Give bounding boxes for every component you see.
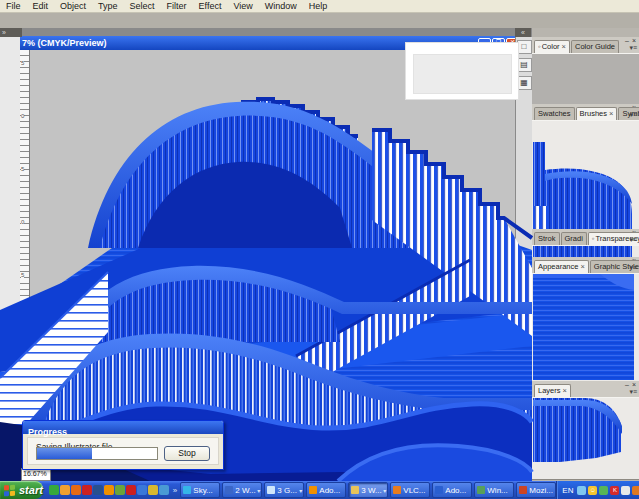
panel-header: ‒× Layers× ▾≡ <box>532 381 639 397</box>
panel-menu-icon[interactable]: ▾≡ <box>629 236 637 243</box>
panel-menu-icon[interactable]: ▾≡ <box>629 388 637 395</box>
tab-label: Brushes <box>580 109 608 118</box>
flash-icon[interactable] <box>126 485 136 495</box>
menu-help[interactable]: Help <box>303 1 334 11</box>
tab-appearance[interactable]: Appearance× <box>534 260 589 273</box>
ie-icon[interactable] <box>137 485 147 495</box>
tab-layers[interactable]: Layers× <box>534 384 571 397</box>
screen: File Edit Object Type Select Filter Effe… <box>0 0 639 499</box>
canvas-area[interactable] <box>30 50 522 481</box>
photoshop-icon[interactable] <box>93 485 103 495</box>
panel-window-controls[interactable]: ‒× <box>622 381 636 388</box>
minimize-icon[interactable]: ‒ <box>625 381 629 388</box>
tab-close-icon[interactable]: × <box>562 42 566 51</box>
menu-view[interactable]: View <box>227 1 258 11</box>
illustrator-icon <box>309 486 317 494</box>
menu-bar: File Edit Object Type Select Filter Effe… <box>0 0 639 13</box>
document-title: 7% (CMYK/Preview) <box>20 38 107 48</box>
panel-menu-icon[interactable]: ▾≡ <box>629 111 637 118</box>
input-icon[interactable] <box>577 486 586 495</box>
panel-group-color: ‒× ◦Color× Color Guide ▾≡ <box>532 37 639 113</box>
task-button-vlc[interactable]: VLC... <box>390 482 430 498</box>
task-button-chat-group[interactable]: 3 G...▾ <box>264 482 304 498</box>
task-button-photoshop[interactable]: Ado... <box>432 482 472 498</box>
antivirus-icon[interactable]: K <box>610 486 619 495</box>
volume-icon[interactable] <box>632 486 639 495</box>
menu-file[interactable]: File <box>0 1 27 11</box>
chevron-down-icon[interactable]: ▾ <box>299 487 302 494</box>
chevron-down-icon[interactable]: ▾ <box>383 487 386 494</box>
menu-effect[interactable]: Effect <box>193 1 228 11</box>
windows-icon <box>477 486 485 494</box>
panel-dot-icon: ◦ <box>538 42 541 51</box>
windows-logo-icon <box>4 484 16 496</box>
tab-label: Swatches <box>538 109 571 118</box>
task-button-skype[interactable]: Sky... <box>180 482 220 498</box>
dialog-title-bar[interactable]: Progress <box>23 421 223 434</box>
tab-label: Layers <box>538 386 561 395</box>
panel-dot-icon: ◦ <box>592 234 595 243</box>
progress-dialog: Progress Saving Illustrator file... Stop <box>22 420 224 470</box>
panel-group-swatches: ‒× Swatches Brushes× Symbols ▾≡ <box>532 104 639 229</box>
panel-menu-icon[interactable]: ▾≡ <box>629 264 637 271</box>
tab-brushes[interactable]: Brushes× <box>576 107 618 120</box>
dreamweaver-icon[interactable] <box>115 485 125 495</box>
firefox-icon[interactable] <box>71 485 81 495</box>
side-dock-collapse-header[interactable]: « <box>515 28 531 37</box>
tab-color-guide[interactable]: Color Guide <box>571 40 619 53</box>
side-dock-collapsed: □ ▤ ▦ <box>515 37 532 481</box>
habbo-icon[interactable] <box>49 485 59 495</box>
brushes-panel-body <box>532 120 639 230</box>
task-button-illustrator[interactable]: Ado... <box>306 482 346 498</box>
opera-icon[interactable] <box>82 485 92 495</box>
panel-header: ‒× Swatches Brushes× Symbols ▾≡ <box>532 104 639 120</box>
menu-window[interactable]: Window <box>259 1 303 11</box>
menu-select[interactable]: Select <box>124 1 161 11</box>
task-button-word-group[interactable]: 2 W...▾ <box>222 482 262 498</box>
panel-window-controls[interactable]: ‒× <box>622 37 636 44</box>
chevron-down-icon[interactable]: ▾ <box>257 487 260 494</box>
ruler-label: 0 <box>21 113 24 119</box>
ruler-label: 5 <box>21 378 24 384</box>
tab-swatches[interactable]: Swatches <box>534 107 575 120</box>
menu-object[interactable]: Object <box>54 1 92 11</box>
task-button-windows[interactable]: Win... <box>474 482 514 498</box>
vlc-icon <box>393 486 401 494</box>
menu-filter[interactable]: Filter <box>161 1 193 11</box>
tab-gradient[interactable]: Gradi <box>561 232 587 245</box>
illustrator-icon[interactable] <box>104 485 114 495</box>
menu-edit[interactable]: Edit <box>27 1 55 11</box>
quick-launch-overflow-icon[interactable]: » <box>173 486 177 495</box>
menu-type[interactable]: Type <box>92 1 124 11</box>
tab-color[interactable]: ◦Color× <box>534 40 570 53</box>
tab-close-icon[interactable]: × <box>563 386 567 395</box>
language-indicator[interactable]: EN <box>562 486 573 495</box>
vertical-ruler: 5 0 5 0 5 0 5 0 <box>20 50 30 481</box>
tools-collapse-header[interactable]: » <box>0 28 22 37</box>
tab-stroke[interactable]: Strok <box>534 232 560 245</box>
stop-button[interactable]: Stop <box>164 446 210 461</box>
panel-menu-icon[interactable]: ▾≡ <box>629 44 637 51</box>
start-button[interactable]: start <box>0 481 43 499</box>
status-icon[interactable] <box>599 486 608 495</box>
close-icon[interactable]: × <box>632 37 636 44</box>
task-buttons: Sky... 2 W...▾ 3 G...▾ Ado... 3 W...▾ VL… <box>180 482 556 498</box>
minimize-icon[interactable]: ‒ <box>625 37 629 44</box>
word-icon <box>225 486 233 494</box>
chrome-icon[interactable] <box>148 485 158 495</box>
panel-group-appearance: ‒× Appearance× Graphic Styles ▾≡ <box>532 257 639 381</box>
media-player-icon[interactable] <box>159 485 169 495</box>
task-button-mozilla[interactable]: Mozi... <box>516 482 556 498</box>
layers-panel-body <box>532 397 639 480</box>
smiley-icon[interactable]: ☺ <box>588 486 597 495</box>
system-tray: EN ☺ K 00:42 <box>556 481 639 499</box>
task-button-explorer-group[interactable]: 3 W...▾ <box>348 482 388 498</box>
dialog-title: Progress <box>23 427 67 437</box>
close-icon[interactable]: × <box>632 381 636 388</box>
tab-close-icon[interactable]: × <box>580 262 584 271</box>
messenger-icon[interactable] <box>60 485 70 495</box>
mozilla-icon <box>519 486 527 494</box>
tab-close-icon[interactable]: × <box>609 109 613 118</box>
panel-group-transparency: ‒× Strok Gradi ◦Transparency× ▾≡ <box>532 229 639 258</box>
alert-icon[interactable] <box>621 486 630 495</box>
